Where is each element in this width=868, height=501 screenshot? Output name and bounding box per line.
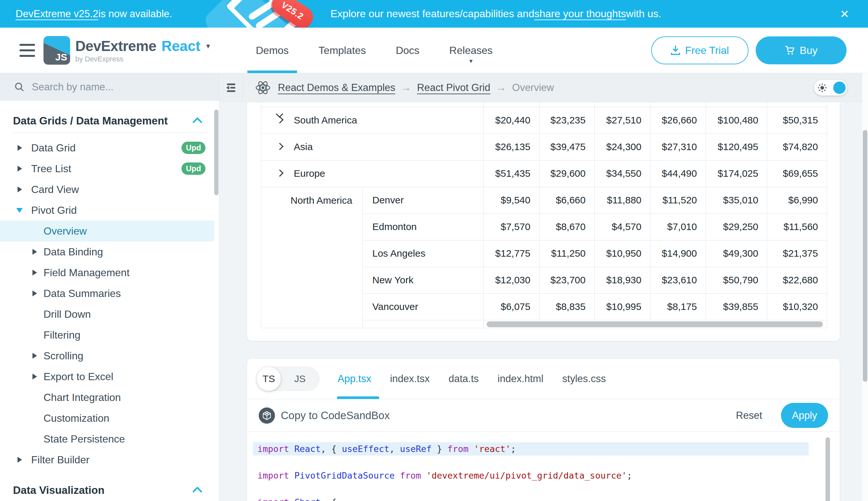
brand-block[interactable]: DevExtreme React ▼ by DevExpress [75, 38, 211, 63]
horizontal-scrollbar[interactable] [484, 320, 827, 328]
code-line[interactable]: import PivotGridDataSource from 'devextr… [247, 469, 840, 482]
apply-button[interactable]: Apply [781, 403, 828, 428]
expand-arrow-icon[interactable] [18, 186, 22, 192]
expand-arrow-icon[interactable] [32, 270, 37, 276]
chevron-up-icon[interactable] [192, 487, 202, 497]
banner-message: Explore our newest features/capabilities… [330, 0, 661, 28]
collapse-sidebar-button[interactable] [219, 73, 243, 102]
expand-icon[interactable] [276, 143, 284, 150]
toggle-knob[interactable] [833, 82, 846, 94]
expand-arrow-icon[interactable] [32, 374, 37, 380]
code-line-blank[interactable] [247, 482, 840, 495]
horizontal-scrollbar-thumb[interactable] [486, 321, 823, 327]
code-scrollbar-thumb[interactable] [825, 437, 830, 501]
nav-releases[interactable]: Releases ▼ [441, 28, 501, 73]
banner-close-icon[interactable]: ✕ [840, 0, 849, 28]
page-scrollbar-thumb[interactable] [863, 130, 867, 382]
nav-templates[interactable]: Templates [310, 28, 374, 73]
page-scrollbar[interactable] [862, 73, 868, 501]
sun-icon [817, 83, 827, 93]
expand-arrow-icon[interactable] [32, 249, 37, 255]
devextreme-logo[interactable]: JS [44, 36, 70, 65]
expand-arrow-icon[interactable] [18, 166, 22, 172]
sidebar-item-card-view[interactable]: Card View [0, 179, 219, 200]
sidebar-item-scrolling[interactable]: Scrolling [0, 345, 219, 366]
code-editor[interactable]: import React, { useEffect, useRef } from… [247, 432, 840, 501]
banner-message-pre: Explore our newest features/capabilities… [330, 8, 534, 20]
row-label[interactable]: Vancouver [363, 294, 484, 320]
sidebar-item-filtering[interactable]: Filtering [0, 324, 219, 345]
breadcrumb-current: Overview [512, 82, 554, 94]
sidebar-scrollbar[interactable] [214, 109, 218, 195]
collapse-arrow-icon[interactable] [16, 208, 23, 213]
breadcrumb-pivot-grid-link[interactable]: React Pivot Grid [417, 82, 491, 94]
chevron-down-icon[interactable]: ▼ [205, 43, 211, 50]
tab-data-ts[interactable]: data.ts [449, 373, 479, 385]
code-line-blank[interactable] [247, 456, 840, 469]
section-label: Data Grids / Data Management [13, 115, 194, 127]
tab-app-tsx[interactable]: App.tsx [338, 373, 371, 385]
js-option[interactable]: JS [281, 373, 319, 384]
sidebar-item-chart-integration[interactable]: Chart Integration [0, 387, 219, 408]
ts-option[interactable]: TS [257, 367, 281, 391]
tab-index-html[interactable]: index.html [498, 373, 543, 385]
chevron-up-icon[interactable] [192, 117, 202, 127]
tab-index-tsx[interactable]: index.tsx [390, 373, 429, 385]
breadcrumb-demos-link[interactable]: React Demos & Examples [278, 82, 395, 94]
sidebar-section-data-grids[interactable]: Data Grids / Data Management [0, 111, 219, 131]
row-label[interactable]: Asia [294, 141, 312, 152]
code-line[interactable]: import Chart, { [247, 495, 840, 501]
expand-arrow-icon[interactable] [32, 290, 37, 296]
sidebar-item-filter-builder[interactable]: Filter Builder [0, 449, 219, 470]
expand-arrow-icon[interactable] [32, 353, 37, 359]
sidebar-item-export-to-excel[interactable]: Export to Excel [0, 366, 219, 387]
sidebar-item-customization[interactable]: Customization [0, 408, 219, 428]
language-toggle[interactable]: TS JS [257, 367, 319, 391]
sidebar-section-data-visualization[interactable]: Data Visualization [0, 481, 219, 500]
hamburger-menu-icon[interactable] [20, 44, 35, 57]
table-row-clipped [261, 102, 827, 107]
sidebar-item-tree-list[interactable]: Tree List Upd [0, 158, 219, 179]
framework-selector[interactable]: React [161, 38, 200, 54]
sidebar-item-data-binding[interactable]: Data Binding [0, 242, 219, 262]
sidebar-item-data-summaries[interactable]: Data Summaries [0, 283, 219, 304]
nav-docs[interactable]: Docs [387, 28, 428, 73]
code-tabbar: TS JS App.tsx index.tsx data.ts index.ht… [247, 359, 840, 399]
row-label[interactable]: Denver [363, 187, 484, 213]
sidebar-item-data-grid[interactable]: Data Grid Upd [0, 137, 219, 158]
row-label[interactable]: Edmonton [363, 213, 484, 240]
row-label[interactable]: South America [294, 115, 357, 125]
share-your-thoughts-link[interactable]: share your thoughts [534, 8, 626, 20]
row-label[interactable]: Europe [294, 168, 325, 179]
expand-arrow-icon[interactable] [18, 457, 22, 463]
sidebar-item-drill-down[interactable]: Drill Down [0, 304, 219, 324]
banner-release-link[interactable]: DevExtreme v25.2 [15, 8, 98, 20]
divider [13, 132, 207, 133]
tab-styles-css[interactable]: styles.css [562, 373, 606, 385]
row-label[interactable]: New York [363, 267, 484, 294]
search-input[interactable] [32, 81, 181, 93]
upd-badge: Upd [182, 162, 206, 175]
theme-toggle[interactable] [814, 80, 847, 96]
sidebar-item-state-persistence[interactable]: State Persistence [0, 428, 219, 449]
app-header: JS DevExtreme React ▼ by DevExpress Demo… [0, 28, 868, 73]
sidebar-item-overview[interactable]: Overview [0, 221, 214, 242]
logo-js-text: JS [55, 52, 67, 63]
codesandbox-icon[interactable] [259, 407, 275, 424]
copy-to-codesandbox-button[interactable]: Copy to CodeSandBox [281, 409, 390, 422]
sidebar-item-pivot-grid[interactable]: Pivot Grid [0, 200, 219, 221]
buy-button[interactable]: Buy [756, 36, 847, 64]
sidebar-item-field-management[interactable]: Field Management [0, 262, 219, 283]
row-label[interactable]: Los Angeles [363, 240, 484, 267]
main-nav: Demos Templates Docs Releases ▼ [248, 28, 514, 73]
free-trial-button[interactable]: Free Trial [651, 36, 749, 64]
reset-button[interactable]: Reset [736, 410, 762, 422]
expand-arrow-icon[interactable] [18, 145, 22, 151]
nav-demos[interactable]: Demos [248, 28, 297, 73]
releases-caret-icon: ▼ [468, 58, 474, 65]
expand-icon[interactable] [276, 169, 284, 177]
demo-preview-card: South America $20,440 $23,235 $27,510 $2… [247, 102, 840, 341]
sidebar-search[interactable] [0, 73, 219, 101]
code-line-highlighted[interactable]: import React, { useEffect, useRef } from… [253, 442, 809, 456]
row-label[interactable]: North America [290, 195, 352, 206]
